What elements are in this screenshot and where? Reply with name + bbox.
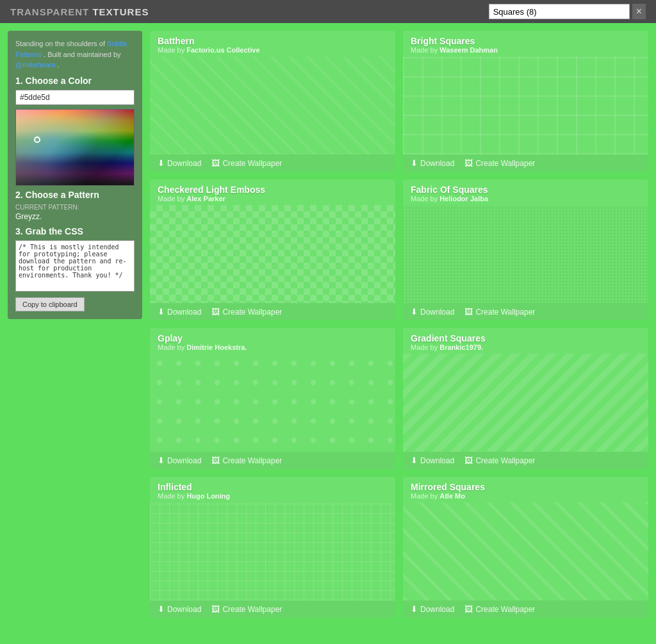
download-button-checkered[interactable]: ⬇ Download bbox=[158, 307, 201, 317]
wallpaper-icon-fabric: 🖼 bbox=[464, 307, 473, 317]
wallpaper-icon-bright-squares: 🖼 bbox=[464, 158, 473, 168]
card-author-inflicted: Made by Hugo Loning bbox=[158, 492, 388, 500]
create-wallpaper-button-fabric[interactable]: 🖼 Create Wallpaper bbox=[464, 307, 535, 317]
card-title-gplay: Gplay bbox=[158, 333, 388, 343]
card-footer-bright-squares: ⬇ Download 🖼 Create Wallpaper bbox=[403, 154, 648, 172]
download-label-batthern: Download bbox=[167, 159, 201, 168]
card-gradient-squares: Gradient Squares Made by Brankic1979. ⬇ … bbox=[403, 328, 648, 469]
create-wallpaper-button-gplay[interactable]: 🖼 Create Wallpaper bbox=[211, 456, 282, 465]
card-author-link-bright-squares[interactable]: Waseem Dahman bbox=[439, 46, 498, 54]
color-hex-input[interactable] bbox=[15, 90, 135, 105]
card-author-link-mirrored[interactable]: Atle Mo bbox=[439, 492, 465, 500]
color-picker[interactable] bbox=[15, 109, 135, 186]
download-label-gplay: Download bbox=[167, 456, 201, 465]
maintainer-link[interactable]: @mikehearn bbox=[15, 61, 56, 69]
css-textarea[interactable]: /* This is mostly intended for prototypi… bbox=[15, 240, 135, 292]
wallpaper-label-fabric: Create Wallpaper bbox=[475, 308, 535, 317]
download-button-inflicted[interactable]: ⬇ Download bbox=[158, 604, 201, 614]
download-label-fabric: Download bbox=[420, 308, 454, 317]
card-footer-batthern: ⬇ Download 🖼 Create Wallpaper bbox=[150, 154, 395, 172]
wallpaper-icon-inflicted: 🖼 bbox=[211, 604, 220, 614]
card-header-gplay: Gplay Made by Dimitrie Hoekstra. bbox=[150, 328, 395, 354]
card-author-link-gradient-squares[interactable]: Brankic1979. bbox=[439, 343, 483, 351]
create-wallpaper-button-batthern[interactable]: 🖼 Create Wallpaper bbox=[211, 158, 282, 168]
card-batthern: Batthern Made by Factorio.us Collective … bbox=[150, 31, 395, 172]
card-author-link-gplay[interactable]: Dimitrie Hoekstra. bbox=[186, 343, 247, 351]
download-icon-gplay: ⬇ bbox=[158, 456, 165, 465]
download-label-checkered: Download bbox=[167, 308, 201, 317]
card-title-batthern: Batthern bbox=[158, 36, 388, 46]
card-author-link-inflicted[interactable]: Hugo Loning bbox=[186, 492, 230, 500]
card-checkered: Checkered Light Emboss Made by Alex Park… bbox=[150, 179, 395, 320]
card-preview-gplay bbox=[150, 354, 395, 452]
card-preview-mirrored bbox=[403, 502, 648, 600]
card-title-mirrored: Mirrored Squares bbox=[411, 482, 641, 492]
create-wallpaper-button-mirrored[interactable]: 🖼 Create Wallpaper bbox=[464, 604, 535, 614]
card-footer-checkered: ⬇ Download 🖼 Create Wallpaper bbox=[150, 303, 395, 320]
card-fabric: Fabric Of Squares Made by Heliodor Jalba… bbox=[403, 179, 648, 320]
create-wallpaper-button-checkered[interactable]: 🖼 Create Wallpaper bbox=[211, 307, 282, 317]
color-picker-cursor bbox=[34, 136, 40, 143]
card-author-bright-squares: Made by Waseem Dahman bbox=[411, 46, 641, 54]
step3-heading: 3. Grab the CSS bbox=[15, 226, 135, 236]
card-author-gradient-squares: Made by Brankic1979. bbox=[411, 343, 641, 351]
card-title-fabric: Fabric Of Squares bbox=[411, 185, 641, 195]
sidebar: Standing on the shoulders of Subtle Patt… bbox=[8, 31, 142, 319]
current-pattern-label: CURRENT PATTERN: bbox=[15, 204, 135, 211]
download-icon-gradient-squares: ⬇ bbox=[411, 456, 418, 465]
logo-transparent: TRANSPARENT bbox=[10, 6, 89, 17]
card-author-fabric: Made by Heliodor Jalba bbox=[411, 195, 641, 202]
card-bright-squares: Bright Squares Made by Waseem Dahman ⬇ D… bbox=[403, 31, 648, 172]
download-label-bright-squares: Download bbox=[420, 159, 454, 168]
download-icon-bright-squares: ⬇ bbox=[411, 158, 418, 168]
card-title-checkered: Checkered Light Emboss bbox=[158, 185, 388, 195]
card-author-link-fabric[interactable]: Heliodor Jalba bbox=[439, 195, 488, 202]
wallpaper-label-mirrored: Create Wallpaper bbox=[475, 605, 535, 614]
wallpaper-icon-gplay: 🖼 bbox=[211, 456, 220, 465]
wallpaper-label-checkered: Create Wallpaper bbox=[222, 308, 282, 317]
download-button-bright-squares[interactable]: ⬇ Download bbox=[411, 158, 454, 168]
card-preview-bright-squares bbox=[403, 56, 648, 154]
download-button-gplay[interactable]: ⬇ Download bbox=[158, 456, 201, 465]
card-footer-inflicted: ⬇ Download 🖼 Create Wallpaper bbox=[150, 600, 395, 618]
search-wrap: × bbox=[489, 4, 646, 19]
card-author-link-batthern[interactable]: Factorio.us Collective bbox=[186, 46, 259, 54]
card-author-checkered: Made by Alex Parker bbox=[158, 195, 388, 202]
download-icon-batthern: ⬇ bbox=[158, 158, 165, 168]
create-wallpaper-button-gradient-squares[interactable]: 🖼 Create Wallpaper bbox=[464, 456, 535, 465]
current-pattern-value: Greyzz. bbox=[15, 212, 135, 221]
card-preview-inflicted bbox=[150, 502, 395, 600]
card-header-gradient-squares: Gradient Squares Made by Brankic1979. bbox=[403, 328, 648, 354]
card-header-inflicted: Inflicted Made by Hugo Loning bbox=[150, 477, 395, 502]
download-button-gradient-squares[interactable]: ⬇ Download bbox=[411, 456, 454, 465]
card-mirrored: Mirrored Squares Made by Atle Mo ⬇ Downl… bbox=[403, 477, 648, 618]
card-title-bright-squares: Bright Squares bbox=[411, 36, 641, 46]
wallpaper-icon-mirrored: 🖼 bbox=[464, 604, 473, 614]
download-button-fabric[interactable]: ⬇ Download bbox=[411, 307, 454, 317]
card-footer-mirrored: ⬇ Download 🖼 Create Wallpaper bbox=[403, 600, 648, 618]
color-picker-color-area bbox=[16, 110, 134, 185]
wallpaper-label-gradient-squares: Create Wallpaper bbox=[475, 456, 535, 465]
card-preview-checkered bbox=[150, 205, 395, 303]
create-wallpaper-button-inflicted[interactable]: 🖼 Create Wallpaper bbox=[211, 604, 282, 614]
card-author-batthern: Made by Factorio.us Collective bbox=[158, 46, 388, 54]
step1-heading: 1. Choose a Color bbox=[15, 76, 135, 86]
download-button-batthern[interactable]: ⬇ Download bbox=[158, 158, 201, 168]
logo-textures: TEXTURES bbox=[89, 6, 149, 17]
card-header-bright-squares: Bright Squares Made by Waseem Dahman bbox=[403, 31, 648, 56]
download-label-mirrored: Download bbox=[420, 605, 454, 614]
card-title-gradient-squares: Gradient Squares bbox=[411, 333, 641, 343]
card-footer-gplay: ⬇ Download 🖼 Create Wallpaper bbox=[150, 452, 395, 469]
card-gplay: Gplay Made by Dimitrie Hoekstra. ⬇ Downl… bbox=[150, 328, 395, 469]
card-preview-batthern bbox=[150, 56, 395, 154]
copy-to-clipboard-button[interactable]: Copy to clipboard bbox=[15, 297, 85, 311]
card-footer-fabric: ⬇ Download 🖼 Create Wallpaper bbox=[403, 303, 648, 320]
create-wallpaper-button-bright-squares[interactable]: 🖼 Create Wallpaper bbox=[464, 158, 535, 168]
card-author-mirrored: Made by Atle Mo bbox=[411, 492, 641, 500]
card-author-gplay: Made by Dimitrie Hoekstra. bbox=[158, 343, 388, 351]
card-author-link-checkered[interactable]: Alex Parker bbox=[186, 195, 226, 202]
wallpaper-icon-gradient-squares: 🖼 bbox=[464, 456, 473, 465]
search-clear-button[interactable]: × bbox=[632, 4, 646, 19]
search-input[interactable] bbox=[489, 4, 630, 19]
download-button-mirrored[interactable]: ⬇ Download bbox=[411, 604, 454, 614]
